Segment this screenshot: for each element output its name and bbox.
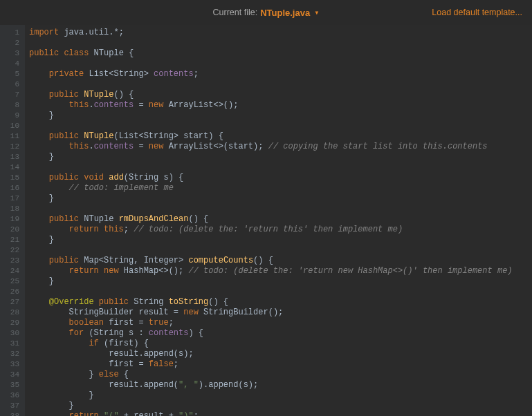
editor-header: Current file: NTuple.java ▾ Load default… [0, 0, 532, 25]
line-number: 9 [0, 111, 25, 121]
code-line[interactable]: } [29, 390, 532, 401]
code-line[interactable]: result.append(s); [29, 349, 532, 359]
code-line[interactable]: result.append(", ").append(s); [29, 380, 532, 390]
code-line[interactable]: this.contents = new ArrayList<>(start); … [29, 142, 532, 152]
code-line[interactable] [29, 59, 532, 69]
code-line[interactable]: public class NTuple { [29, 48, 532, 59]
code-line[interactable] [29, 79, 532, 90]
line-number: 37 [0, 401, 25, 411]
line-number: 12 [0, 142, 25, 152]
line-number: 7 [0, 90, 25, 100]
line-number: 32 [0, 349, 25, 359]
code-line[interactable] [29, 287, 532, 297]
line-number: 25 [0, 276, 25, 287]
code-line[interactable]: } else { [29, 370, 532, 380]
code-line[interactable]: return new HashMap<>(); // todo: (delete… [29, 266, 532, 276]
code-line[interactable]: import java.util.*; [29, 28, 532, 38]
line-number: 13 [0, 152, 25, 162]
line-number: 1 [0, 28, 25, 38]
line-number: 6 [0, 79, 25, 90]
line-number: 34 [0, 370, 25, 380]
code-line[interactable]: return this; // todo: (delete the: 'retu… [29, 225, 532, 235]
code-line[interactable]: private List<String> contents; [29, 69, 532, 79]
line-number: 18 [0, 204, 25, 214]
line-number: 8 [0, 100, 25, 111]
line-number: 16 [0, 183, 25, 193]
code-line[interactable]: first = false; [29, 359, 532, 370]
line-number: 15 [0, 173, 25, 183]
code-line[interactable]: } [29, 401, 532, 411]
code-line[interactable]: } [29, 111, 532, 121]
line-number: 21 [0, 235, 25, 245]
code-line[interactable] [29, 204, 532, 214]
line-number: 36 [0, 390, 25, 401]
file-selector[interactable]: Current file: NTuple.java ▾ [213, 8, 320, 18]
current-file-label: Current file: [213, 8, 258, 17]
line-number: 30 [0, 328, 25, 339]
code-line[interactable]: boolean first = true; [29, 318, 532, 328]
line-number: 22 [0, 245, 25, 256]
line-number: 10 [0, 121, 25, 131]
code-line[interactable]: if (first) { [29, 339, 532, 349]
code-line[interactable] [29, 38, 532, 48]
code-line[interactable]: this.contents = new ArrayList<>(); [29, 100, 532, 111]
line-number: 27 [0, 297, 25, 308]
line-number: 19 [0, 214, 25, 225]
code-area[interactable]: import java.util.*; public class NTuple … [25, 25, 532, 416]
line-number-gutter: 1234567891011121314151617181920212223242… [0, 25, 25, 416]
code-line[interactable] [29, 121, 532, 131]
line-number: 11 [0, 131, 25, 142]
code-line[interactable]: public NTuple() { [29, 90, 532, 100]
line-number: 28 [0, 308, 25, 318]
line-number: 4 [0, 59, 25, 69]
line-number: 20 [0, 225, 25, 235]
load-default-template-link[interactable]: Load default template... [432, 8, 522, 17]
code-line[interactable]: } [29, 276, 532, 287]
line-number: 23 [0, 256, 25, 266]
code-line[interactable] [29, 245, 532, 256]
line-number: 17 [0, 193, 25, 204]
line-number: 35 [0, 380, 25, 390]
code-line[interactable]: } [29, 193, 532, 204]
code-line[interactable]: public NTuple rmDupsAndClean() { [29, 214, 532, 225]
code-line[interactable]: StringBuilder result = new StringBuilder… [29, 308, 532, 318]
code-line[interactable] [29, 162, 532, 173]
code-editor[interactable]: 1234567891011121314151617181920212223242… [0, 25, 532, 416]
chevron-down-icon: ▾ [314, 8, 319, 18]
current-file-name: NTuple.java [260, 8, 310, 18]
line-number: 5 [0, 69, 25, 79]
line-number: 2 [0, 38, 25, 48]
code-line[interactable]: for (String s : contents) { [29, 328, 532, 339]
line-number: 38 [0, 411, 25, 416]
code-line[interactable]: } [29, 152, 532, 162]
code-line[interactable]: public Map<String, Integer> computeCount… [29, 256, 532, 266]
line-number: 29 [0, 318, 25, 328]
code-line[interactable]: @Override public String toString() { [29, 297, 532, 308]
line-number: 31 [0, 339, 25, 349]
line-number: 26 [0, 287, 25, 297]
code-line[interactable]: public NTuple(List<String> start) { [29, 131, 532, 142]
code-line[interactable]: } [29, 235, 532, 245]
line-number: 14 [0, 162, 25, 173]
line-number: 33 [0, 359, 25, 370]
line-number: 3 [0, 48, 25, 59]
code-line[interactable]: return "(" + result + ")"; [29, 411, 532, 416]
code-line[interactable]: // todo: implement me [29, 183, 532, 193]
code-line[interactable]: public void add(String s) { [29, 173, 532, 183]
line-number: 24 [0, 266, 25, 276]
